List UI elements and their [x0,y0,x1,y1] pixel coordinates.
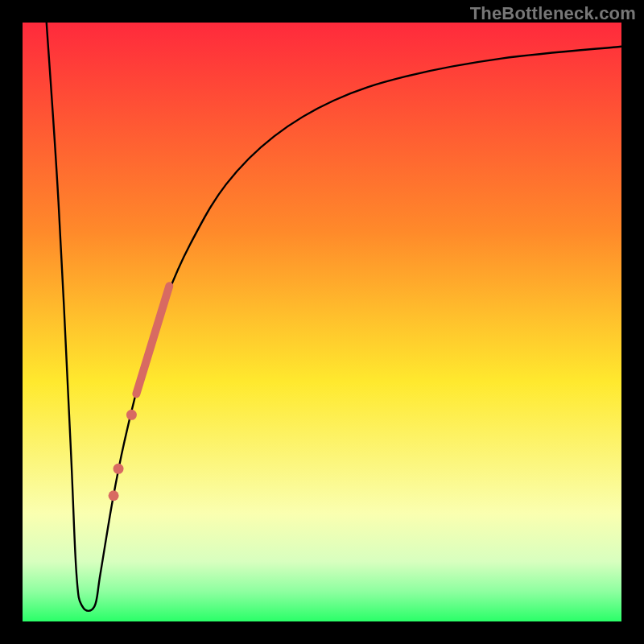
highlight-dots-point [109,490,119,501]
plot-area [23,23,621,621]
chart-frame: TheBottleneck.com [0,0,644,644]
watermark-text: TheBottleneck.com [470,3,636,24]
highlight-dots-point [126,410,137,420]
svg-rect-0 [23,23,621,621]
plot-svg [23,23,621,621]
highlight-dots-point [114,464,124,474]
